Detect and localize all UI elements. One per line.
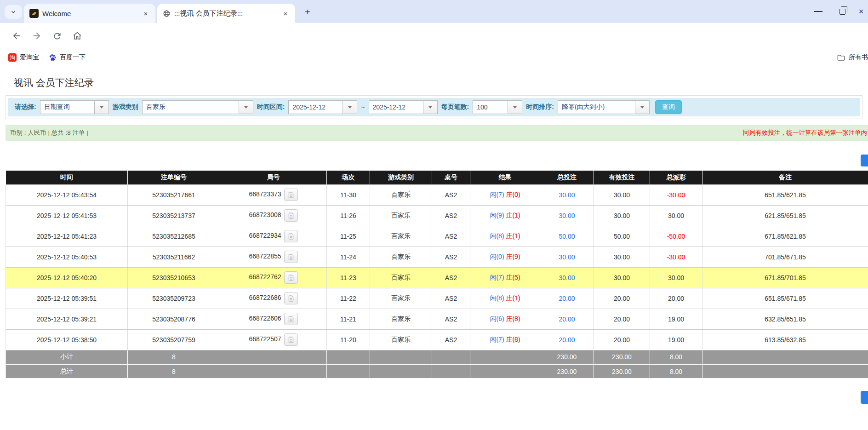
date-start-dropdown-button[interactable] bbox=[343, 100, 357, 114]
cell-note: 701.85/671.85 bbox=[702, 247, 868, 267]
column-header: 注单编号 bbox=[128, 171, 220, 184]
close-window-button[interactable]: × bbox=[854, 0, 868, 23]
filter-panel: 请选择: 游戏类别 时间区间: ~ 每页笔数: bbox=[6, 95, 862, 119]
tab-welcome-close-icon[interactable]: × bbox=[141, 8, 151, 18]
minimize-button[interactable] bbox=[806, 0, 830, 23]
result-player: 闲(9) bbox=[490, 212, 504, 219]
restore-button[interactable] bbox=[830, 0, 854, 23]
cell-total-bet[interactable]: 20.00 bbox=[540, 288, 594, 309]
column-header: 有效投注 bbox=[594, 171, 650, 184]
taobao-icon: 淘 bbox=[8, 53, 17, 62]
cell-valid-bet: 20.00 bbox=[594, 309, 650, 329]
reload-button[interactable] bbox=[50, 29, 64, 43]
cell-total-bet[interactable]: 20.00 bbox=[540, 309, 594, 329]
footer-cell: 8.00 bbox=[650, 364, 702, 378]
play-video-button[interactable] bbox=[284, 313, 298, 325]
cell-payout: -30.00 bbox=[650, 247, 702, 267]
result-banker: 庄(0) bbox=[504, 191, 520, 198]
cell-time: 2025-12-12 05:39:51 bbox=[6, 288, 128, 309]
date-end-dropdown-button[interactable] bbox=[423, 100, 438, 114]
cell-round: 668722686 bbox=[220, 288, 327, 309]
chevron-down-icon bbox=[640, 106, 644, 109]
cell-total-bet[interactable]: 50.00 bbox=[540, 226, 594, 247]
date-end-input[interactable] bbox=[369, 100, 423, 114]
bookmarks-bar: 淘 爱淘宝 百度一下 所有书 bbox=[0, 49, 868, 66]
play-video-button[interactable] bbox=[284, 251, 298, 263]
welcome-favicon-icon bbox=[29, 9, 39, 18]
play-video-button[interactable] bbox=[284, 230, 298, 242]
tab-search-button[interactable] bbox=[5, 5, 22, 19]
per-page-input[interactable] bbox=[473, 100, 508, 114]
date-separator: ~ bbox=[361, 103, 365, 111]
tab-betrecord[interactable]: :::视讯 会员下注纪录::: × bbox=[157, 4, 295, 23]
play-video-button[interactable] bbox=[284, 292, 298, 304]
game-type-input[interactable] bbox=[142, 100, 239, 114]
cell-total-bet[interactable]: 30.00 bbox=[540, 247, 594, 267]
cell-note: 671.85/701.85 bbox=[702, 267, 868, 288]
query-button[interactable]: 查询 bbox=[655, 100, 682, 114]
sort-input[interactable] bbox=[558, 100, 635, 114]
cell-note: 621.85/651.85 bbox=[702, 205, 868, 226]
cell-bet-id: 523035213737 bbox=[128, 205, 220, 226]
footer-cell bbox=[370, 364, 432, 378]
cell-time: 2025-12-12 05:41:53 bbox=[6, 205, 128, 226]
cell-payout: 30.00 bbox=[650, 267, 702, 288]
cell-note: 613.85/632.85 bbox=[702, 329, 868, 350]
tab-welcome[interactable]: Welcome × bbox=[24, 4, 155, 23]
result-banker: 庄(8) bbox=[504, 315, 520, 322]
tab-betrecord-close-icon[interactable]: × bbox=[280, 8, 291, 18]
select-label: 请选择: bbox=[15, 103, 36, 111]
per-page-dropdown-button[interactable] bbox=[508, 100, 522, 114]
cell-payout: -30.00 bbox=[650, 184, 702, 205]
cell-result: 闲(6) 庄(8) bbox=[470, 309, 540, 329]
date-start-input[interactable] bbox=[288, 100, 343, 114]
back-arrow-icon bbox=[11, 31, 22, 41]
play-video-button[interactable] bbox=[284, 209, 298, 222]
column-header: 备注 bbox=[702, 171, 868, 184]
edge-float-button-bottom[interactable] bbox=[861, 391, 868, 404]
bookmark-aitaobao[interactable]: 淘 爱淘宝 bbox=[4, 51, 44, 64]
new-tab-button[interactable]: + bbox=[302, 6, 314, 18]
bookmark-baidu[interactable]: 百度一下 bbox=[44, 51, 90, 64]
browser-toolbar: 66cxkj98.com/game/betrecord_search/kind3… bbox=[0, 23, 868, 49]
column-header: 总投注 bbox=[540, 171, 594, 184]
play-video-button[interactable] bbox=[284, 189, 298, 201]
forward-button[interactable] bbox=[29, 29, 44, 43]
cell-total-bet[interactable]: 30.00 bbox=[540, 267, 594, 288]
film-icon bbox=[287, 191, 295, 199]
round-number: 668722507 bbox=[249, 335, 281, 343]
result-player: 闲(7) bbox=[490, 191, 504, 198]
query-type-dropdown-button[interactable] bbox=[94, 100, 109, 114]
cell-time: 2025-12-12 05:40:53 bbox=[6, 247, 128, 267]
footer-cell bbox=[470, 350, 540, 364]
query-type-input[interactable] bbox=[40, 100, 94, 114]
cell-payout: 30.00 bbox=[650, 205, 702, 226]
round-number: 668722934 bbox=[249, 232, 281, 239]
game-type-dropdown-button[interactable] bbox=[239, 100, 253, 114]
cell-game: 百家乐 bbox=[370, 329, 432, 350]
sort-dropdown-button[interactable] bbox=[635, 100, 650, 114]
film-icon bbox=[287, 295, 295, 302]
cell-payout: 19.00 bbox=[650, 309, 702, 329]
cell-session: 11-26 bbox=[327, 205, 370, 226]
play-video-button[interactable] bbox=[284, 271, 298, 284]
cell-game: 百家乐 bbox=[370, 267, 432, 288]
page-title: 视讯 会员下注纪录 bbox=[14, 76, 94, 89]
cell-session: 11-25 bbox=[327, 226, 370, 247]
all-bookmarks-folder[interactable]: 所有书 bbox=[837, 53, 868, 62]
footer-cell bbox=[702, 364, 868, 378]
round-number: 668722606 bbox=[249, 315, 281, 322]
home-button[interactable] bbox=[70, 29, 85, 43]
cell-total-bet[interactable]: 30.00 bbox=[540, 205, 594, 226]
cell-table-no: AS2 bbox=[432, 184, 470, 205]
cell-table-no: AS2 bbox=[432, 247, 470, 267]
play-video-button[interactable] bbox=[284, 333, 298, 346]
result-player: 闲(7) bbox=[490, 274, 504, 281]
all-bookmarks-label: 所有书 bbox=[849, 53, 868, 62]
cell-total-bet[interactable]: 30.00 bbox=[540, 184, 594, 205]
back-button[interactable] bbox=[9, 29, 24, 43]
cell-total-bet[interactable]: 20.00 bbox=[540, 329, 594, 350]
edge-float-button-top[interactable] bbox=[861, 155, 868, 166]
cell-result: 闲(9) 庄(1) bbox=[470, 205, 540, 226]
result-player: 闲(7) bbox=[490, 336, 504, 343]
